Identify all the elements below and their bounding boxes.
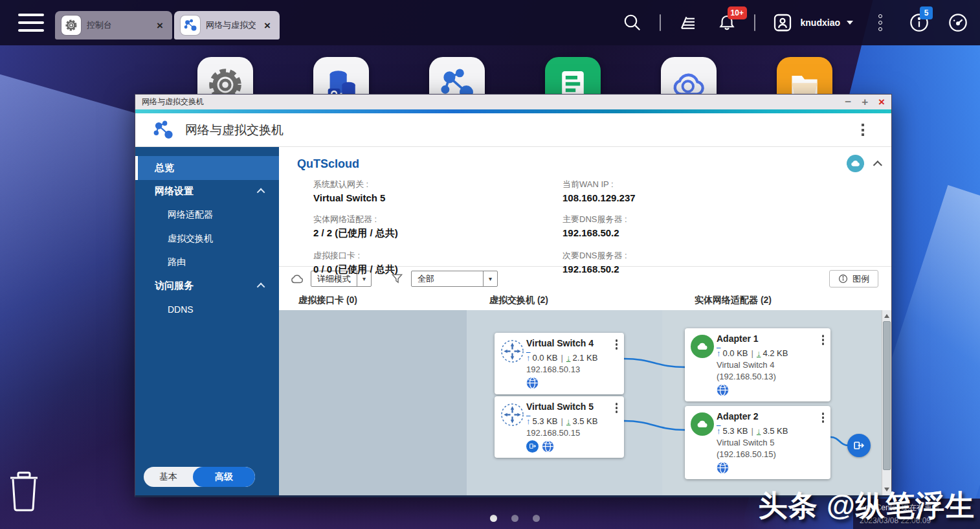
upload-icon: ↑ bbox=[526, 353, 531, 363]
app-title: 网络与虚拟交换机 bbox=[185, 122, 284, 139]
upload-icon: ↑ bbox=[717, 426, 721, 436]
download-icon: ↓ bbox=[566, 416, 571, 426]
info-badge: 5 bbox=[920, 6, 933, 19]
tab-network-virtual-switch[interactable]: 网络与虚拟交... × bbox=[174, 11, 280, 39]
upload-icon: ↑ bbox=[526, 416, 531, 426]
stat-physical-adapters: 实体网络适配器 : 2 / 2 (已使用 / 总共) bbox=[313, 214, 562, 240]
card-menu-button[interactable] bbox=[615, 401, 619, 414]
download-icon: ↓ bbox=[566, 353, 571, 363]
wan-gateway-node[interactable] bbox=[847, 434, 871, 457]
sidebar-item-label: 路由 bbox=[168, 256, 186, 268]
traffic-stats: ↑ 0.0 KB | ↓ 2.1 KB bbox=[526, 353, 618, 363]
sidebar-group-access-services[interactable]: 访问服务 bbox=[135, 275, 279, 298]
sidebar-item-network-adapters[interactable]: 网络适配器 bbox=[135, 203, 279, 227]
upload-icon: ↑ bbox=[717, 348, 721, 358]
desktop-pagination bbox=[490, 515, 540, 522]
user-menu[interactable]: knudxiao bbox=[771, 11, 853, 34]
stat-label: 当前WAN IP : bbox=[562, 179, 812, 190]
card-switch-ip: (192.168.50.13) bbox=[717, 372, 825, 381]
notification-badge: 10+ bbox=[728, 6, 747, 19]
separator: | bbox=[752, 426, 753, 436]
page-dot-3[interactable] bbox=[533, 515, 540, 522]
stat-value: 192.168.50.2 bbox=[562, 264, 812, 275]
download-icon: ↓ bbox=[757, 348, 761, 358]
gateway-icon bbox=[526, 440, 539, 453]
sidebar-item-ddns[interactable]: DDNS bbox=[135, 298, 279, 322]
trash-icon bbox=[5, 470, 43, 513]
tab-control-panel[interactable]: 控制台 × bbox=[55, 11, 172, 39]
app-header: 网络与虚拟交换机 bbox=[135, 113, 891, 147]
window-titlebar[interactable]: 网络与虚拟交换机 − + × bbox=[135, 95, 891, 109]
upload-value: 5.3 KB bbox=[723, 426, 748, 436]
traffic-stats: ↑ 5.3 KB | ↓ 3.5 KB bbox=[526, 416, 618, 426]
upload-value: 0.0 KB bbox=[723, 348, 748, 358]
quts-cloud-icon bbox=[847, 155, 864, 172]
notifications-button[interactable]: 10+ bbox=[715, 11, 739, 34]
stat-default-gateway: 系统默认网关 : Virtual Switch 5 bbox=[313, 179, 562, 203]
sidebar-item-overview[interactable]: 总览 bbox=[135, 156, 279, 180]
chevron-up-icon bbox=[257, 283, 265, 291]
sidebar-item-virtual-switch[interactable]: 虚拟交换机 bbox=[135, 227, 279, 251]
card-menu-button[interactable] bbox=[821, 333, 825, 346]
window-title: 网络与虚拟交换机 bbox=[142, 96, 204, 107]
sidebar-item-label: 虚拟交换机 bbox=[168, 233, 213, 245]
system-info-button[interactable]: 5 bbox=[908, 11, 931, 34]
search-icon bbox=[623, 13, 642, 32]
adapter-2-card[interactable]: Adapter 2 ↑ 5.3 KB | ↓ 3.5 KB Virtual Sw… bbox=[685, 406, 830, 479]
card-menu-button[interactable] bbox=[821, 411, 825, 424]
close-button[interactable]: × bbox=[878, 96, 885, 107]
gear-icon bbox=[61, 16, 81, 35]
background-tasks-button[interactable] bbox=[676, 11, 700, 34]
internet-globe-icon bbox=[526, 377, 539, 389]
username: knudxiao bbox=[801, 17, 840, 28]
scrollbar[interactable] bbox=[882, 310, 891, 495]
advanced-mode-button[interactable]: 高级 bbox=[193, 467, 255, 487]
stat-value: Virtual Switch 5 bbox=[313, 192, 562, 203]
stat-value: 0 / 0 (已使用 / 总共) bbox=[313, 264, 562, 276]
resource-monitor-button[interactable] bbox=[946, 11, 970, 34]
stat-value: 192.168.50.2 bbox=[562, 227, 812, 238]
scroll-up-icon[interactable] bbox=[884, 314, 889, 318]
more-options-button[interactable] bbox=[869, 11, 892, 34]
update-toast[interactable]: App Center 现在有更新 2023/03/08 22:06:09 bbox=[853, 499, 980, 529]
card-menu-button[interactable] bbox=[615, 338, 619, 351]
stat-wan-ip: 当前WAN IP : 108.160.129.237 bbox=[562, 179, 812, 203]
card-title: Adapter 1 bbox=[717, 333, 759, 344]
maximize-button[interactable]: + bbox=[862, 96, 868, 107]
minimize-button[interactable]: − bbox=[845, 96, 851, 107]
close-icon[interactable]: × bbox=[154, 19, 166, 32]
sidebar-item-label: 总览 bbox=[155, 162, 174, 174]
stat-value: 108.160.129.237 bbox=[562, 192, 812, 203]
download-value: 2.1 KB bbox=[572, 353, 597, 363]
desktop: 控制台 × 网络与虚拟交... × bbox=[0, 0, 980, 529]
virtual-switch-4-card[interactable]: Virtual Switch 4 ↑ 0.0 KB | ↓ 2.1 KB 192… bbox=[495, 333, 624, 394]
task-queue-icon bbox=[678, 13, 698, 32]
search-button[interactable] bbox=[621, 11, 644, 34]
app-menu-button[interactable] bbox=[859, 121, 867, 139]
tab-label: 网络与虚拟交... bbox=[206, 19, 256, 31]
column-header-virtual-nic: 虚拟接口卡 (0) bbox=[279, 295, 467, 306]
sidebar-item-label: DDNS bbox=[168, 304, 194, 315]
close-icon[interactable]: × bbox=[262, 19, 273, 32]
recycle-bin[interactable] bbox=[5, 470, 43, 515]
scroll-down-icon[interactable] bbox=[884, 488, 889, 491]
adapter-1-card[interactable]: Adapter 1 ↑ 0.0 KB | ↓ 4.2 KB Virtual Sw… bbox=[685, 328, 830, 401]
toast-message: App Center 现在有更新 bbox=[860, 502, 974, 513]
page-dot-2[interactable] bbox=[511, 515, 518, 522]
internet-globe-icon bbox=[542, 440, 554, 453]
scrollbar-thumb[interactable] bbox=[883, 321, 891, 470]
stat-label: 系统默认网关 : bbox=[313, 179, 562, 190]
sidebar-item-routing[interactable]: 路由 bbox=[135, 251, 279, 275]
gauge-icon bbox=[948, 12, 968, 33]
network-icon bbox=[181, 16, 200, 35]
card-ip: 192.168.50.13 bbox=[526, 365, 618, 374]
network-virtual-switch-window: 网络与虚拟交换机 − + × 网络与虚拟交换机 总览 网络设置 bbox=[135, 94, 892, 497]
virtual-switch-icon bbox=[500, 339, 524, 363]
collapse-section-button[interactable] bbox=[873, 161, 882, 170]
virtual-switch-5-card[interactable]: Virtual Switch 5 ↑ 5.3 KB | ↓ 3.5 KB 192… bbox=[495, 396, 624, 458]
basic-mode-button[interactable]: 基本 bbox=[144, 467, 193, 487]
page-dot-1[interactable] bbox=[490, 515, 497, 522]
upload-value: 5.3 KB bbox=[533, 416, 558, 426]
main-menu-button[interactable] bbox=[18, 14, 44, 32]
sidebar-group-network-settings[interactable]: 网络设置 bbox=[135, 180, 279, 204]
